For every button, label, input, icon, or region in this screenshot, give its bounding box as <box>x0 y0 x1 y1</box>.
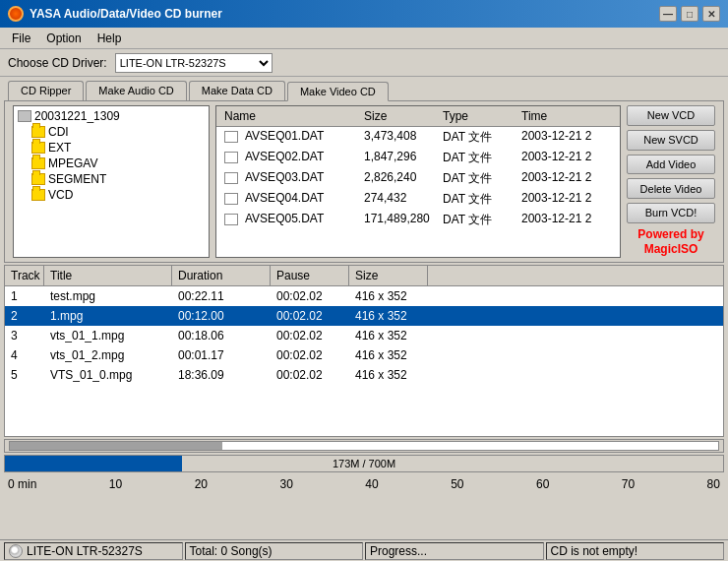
file-row[interactable]: AVSEQ05.DAT 171,489,280 DAT 文件 2003-12-2… <box>216 210 620 230</box>
scrollbar-track[interactable] <box>9 441 719 451</box>
file-row[interactable]: AVSEQ03.DAT 2,826,240 DAT 文件 2003-12-21 … <box>216 168 620 189</box>
track-pause: 00:02.02 <box>271 327 349 344</box>
file-tree[interactable]: 20031221_1309 CDI EXT MPEGAV SEGMENT VCD <box>13 105 210 258</box>
file-size: 2,826,240 <box>360 169 439 188</box>
file-type: DAT 文件 <box>439 128 517 147</box>
file-list[interactable]: Name Size Type Time AVSEQ01.DAT 3,473,40… <box>215 105 621 258</box>
cd-driver-select[interactable]: LITE-ON LTR-52327S <box>115 53 273 73</box>
timeline-marker-1: 10 <box>109 477 122 491</box>
status-progress-text: Progress... <box>370 544 427 558</box>
tree-item-label: VCD <box>48 188 73 202</box>
track-duration: 00:18.06 <box>172 327 271 344</box>
timeline-marker-5: 50 <box>451 477 463 491</box>
file-row[interactable]: AVSEQ04.DAT 274,432 DAT 文件 2003-12-21 2 <box>216 189 620 210</box>
file-size: 3,473,408 <box>360 128 439 147</box>
tree-item-cdi[interactable]: CDI <box>16 124 207 140</box>
add-video-button[interactable]: Add Video <box>627 155 715 175</box>
col-pause: Pause <box>271 266 349 285</box>
new-svcd-button[interactable]: New SVCD <box>627 130 715 151</box>
track-number: 1 <box>5 287 44 305</box>
file-type: DAT 文件 <box>439 169 517 188</box>
track-size: 416 x 352 <box>349 346 428 364</box>
file-row[interactable]: AVSEQ02.DAT 1,847,296 DAT 文件 2003-12-21 … <box>216 148 620 168</box>
track-title: test.mpg <box>44 287 172 305</box>
scrollbar-thumb[interactable] <box>10 442 222 450</box>
file-icon <box>224 131 238 143</box>
track-row-1[interactable]: 1 test.mpg 00:22.11 00:02.02 416 x 352 <box>5 286 723 306</box>
file-type: DAT 文件 <box>439 149 517 167</box>
maximize-button[interactable]: □ <box>681 6 698 22</box>
tree-root[interactable]: 20031221_1309 <box>16 108 207 124</box>
file-icon <box>224 193 238 205</box>
file-name: AVSEQ03.DAT <box>220 169 360 188</box>
track-title: vts_01_1.mpg <box>44 327 172 344</box>
tree-item-mpegav[interactable]: MPEGAV <box>16 156 207 171</box>
file-time: 2003-12-21 2 <box>517 169 616 188</box>
progress-label: 173M / 700M <box>5 458 723 469</box>
track-size: 416 x 352 <box>349 307 428 325</box>
horizontal-scrollbar[interactable] <box>4 439 724 453</box>
status-songs: Total: 0 Song(s) <box>185 542 364 560</box>
col-size: Size <box>349 266 428 285</box>
track-size: 416 x 352 <box>349 287 428 305</box>
col-title: Title <box>44 266 172 285</box>
tree-item-label: MPEGAV <box>48 156 97 170</box>
tree-item-segment[interactable]: SEGMENT <box>16 171 207 187</box>
tab-make-video-cd[interactable]: Make Video CD <box>287 82 389 101</box>
status-drive-text: LITE-ON LTR-52327S <box>27 544 143 558</box>
track-duration: 00:12.00 <box>172 307 271 325</box>
tab-make-data-cd[interactable]: Make Data CD <box>189 81 285 100</box>
new-vcd-button[interactable]: New VCD <box>627 105 715 126</box>
cd-driver-label: Choose CD Driver: <box>8 56 107 70</box>
timeline-marker-3: 30 <box>279 477 292 491</box>
menu-option[interactable]: Option <box>38 30 89 47</box>
window-controls: — □ ✕ <box>659 6 720 22</box>
track-row-3[interactable]: 3 vts_01_1.mpg 00:18.06 00:02.02 416 x 3… <box>5 326 723 345</box>
minimize-button[interactable]: — <box>659 6 677 22</box>
menu-help[interactable]: Help <box>90 30 130 47</box>
tree-item-ext[interactable]: EXT <box>16 140 207 156</box>
file-row[interactable]: AVSEQ01.DAT 3,473,408 DAT 文件 2003-12-21 … <box>216 127 620 148</box>
tab-make-audio-cd[interactable]: Make Audio CD <box>86 81 186 100</box>
delete-video-button[interactable]: Delete Video <box>627 178 715 199</box>
file-size: 171,489,280 <box>360 211 439 229</box>
tab-cd-ripper[interactable]: CD Ripper <box>8 81 84 100</box>
track-row-2[interactable]: 2 1.mpg 00:12.00 00:02.02 416 x 352 <box>5 306 723 326</box>
col-type: Type <box>439 108 517 124</box>
col-size: Size <box>360 108 439 124</box>
tree-item-vcd[interactable]: VCD <box>16 187 207 203</box>
col-name: Name <box>220 108 360 124</box>
status-drive: LITE-ON LTR-52327S <box>4 542 183 560</box>
tree-item-label: CDI <box>48 125 69 139</box>
main-area: 20031221_1309 CDI EXT MPEGAV SEGMENT VCD… <box>4 100 724 263</box>
file-icon <box>224 214 238 225</box>
tree-item-label: EXT <box>48 141 71 155</box>
track-size: 416 x 352 <box>349 366 428 384</box>
status-disc: CD is not empty! <box>546 542 725 560</box>
track-title: 1.mpg <box>44 307 172 325</box>
powered-by: Powered by MagicISO <box>627 227 715 258</box>
track-row-4[interactable]: 4 vts_01_2.mpg 00:01.17 00:02.02 416 x 3… <box>5 345 723 365</box>
menu-file[interactable]: File <box>4 30 38 47</box>
file-name: AVSEQ05.DAT <box>220 211 360 229</box>
track-table[interactable]: Track Title Duration Pause Size 1 test.m… <box>4 265 724 437</box>
close-button[interactable]: ✕ <box>702 6 720 22</box>
col-duration: Duration <box>172 266 271 285</box>
file-size: 274,432 <box>360 190 439 209</box>
timeline-marker-2: 20 <box>195 477 208 491</box>
file-time: 2003-12-21 2 <box>517 128 616 147</box>
track-row-5[interactable]: 5 VTS_01_0.mpg 18:36.09 00:02.02 416 x 3… <box>5 365 723 385</box>
file-name: AVSEQ02.DAT <box>220 149 360 167</box>
folder-icon <box>31 126 45 138</box>
track-title: VTS_01_0.mpg <box>44 366 172 384</box>
burn-vcd-button[interactable]: Burn VCD! <box>627 203 715 223</box>
track-pause: 00:02.02 <box>271 307 349 325</box>
file-type: DAT 文件 <box>439 211 517 229</box>
file-name: AVSEQ04.DAT <box>220 190 360 209</box>
file-time: 2003-12-21 2 <box>517 190 616 209</box>
file-icon <box>224 172 238 184</box>
cd-icon <box>9 544 23 558</box>
side-buttons: New VCD New SVCD Add Video Delete Video … <box>627 105 715 258</box>
folder-icon <box>31 157 45 169</box>
timeline-marker-7: 70 <box>622 477 635 491</box>
